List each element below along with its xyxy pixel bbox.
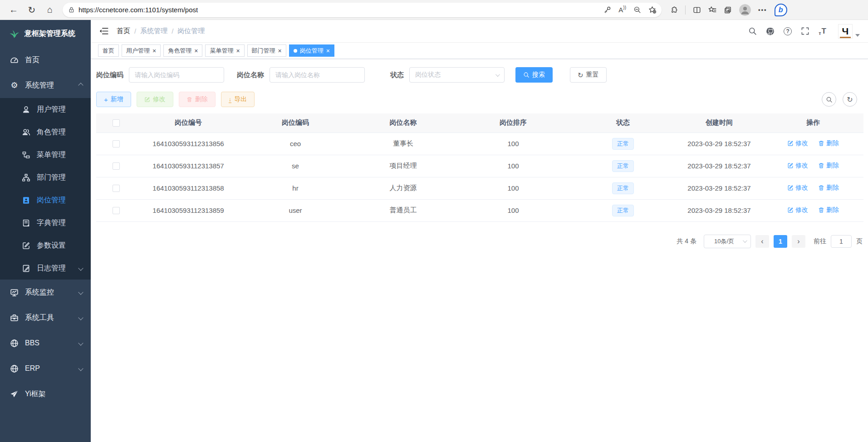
- url-text[interactable]: https://ccnetcore.com:1101/system/post: [78, 6, 603, 14]
- browser-profile-avatar[interactable]: [739, 4, 751, 16]
- toggle-search-button[interactable]: [822, 92, 836, 107]
- fullscreen-icon[interactable]: [801, 27, 809, 35]
- sidebar-fold-icon[interactable]: [99, 26, 108, 36]
- posts-table: 岗位编号 岗位编码 岗位名称 岗位排序 状态 创建时间 操作 164103059…: [96, 113, 863, 222]
- row-edit-link[interactable]: 修改: [787, 162, 808, 170]
- breadcrumb: 首页 / 系统管理 / 岗位管理: [117, 27, 205, 35]
- user-avatar[interactable]: Ч: [838, 24, 853, 39]
- tab-home[interactable]: 首页: [98, 44, 119, 57]
- sidebar-item-departments[interactable]: 部门管理: [0, 166, 91, 189]
- copilot-icon[interactable]: b: [775, 4, 787, 16]
- row-checkbox[interactable]: [113, 207, 120, 214]
- sidebar-item-bbs[interactable]: BBS: [0, 330, 91, 356]
- select-all-checkbox[interactable]: [113, 119, 120, 127]
- page-size-select[interactable]: 10条/页: [704, 235, 751, 248]
- page-1-button[interactable]: 1: [774, 235, 787, 248]
- row-checkbox[interactable]: [113, 185, 120, 192]
- lock-icon: [68, 6, 75, 13]
- row-delete-link[interactable]: 删除: [818, 184, 839, 192]
- sidebar-item-system[interactable]: ⚙ 系统管理: [0, 73, 91, 98]
- browser-refresh-button[interactable]: ↻: [24, 2, 40, 18]
- search-form: 岗位编码 岗位名称 状态 岗位状态 搜索 ↻ 重置: [96, 67, 863, 83]
- browser-home-button[interactable]: ⌂: [42, 2, 58, 18]
- search-button[interactable]: 搜索: [515, 67, 553, 83]
- breadcrumb-home[interactable]: 首页: [117, 27, 130, 35]
- tab-post-management[interactable]: 岗位管理×: [289, 44, 334, 57]
- close-icon[interactable]: ×: [236, 48, 240, 54]
- font-size-icon[interactable]: тT: [819, 27, 826, 36]
- refresh-table-button[interactable]: ↻: [843, 92, 857, 107]
- pagination: 共 4 条 10条/页 ‹ 1 › 前往 页: [96, 235, 863, 248]
- tab-role-management[interactable]: 角色管理×: [163, 44, 202, 57]
- row-edit-link[interactable]: 修改: [787, 139, 808, 147]
- sidebar-item-parameters[interactable]: 参数设置: [0, 234, 91, 257]
- tab-user-management[interactable]: 用户管理×: [122, 44, 161, 57]
- chevron-down-icon: [78, 366, 83, 371]
- row-edit-link[interactable]: 修改: [787, 184, 808, 192]
- table-row: 1641030593112313856 ceo 董事长 100 正常 2023-…: [96, 133, 863, 155]
- sidebar-item-users[interactable]: 用户管理: [0, 98, 91, 121]
- zoom-out-icon[interactable]: [633, 6, 641, 14]
- sidebar-item-posts[interactable]: 岗位管理: [0, 189, 91, 211]
- tab-dept-management[interactable]: 部门管理×: [247, 44, 286, 57]
- post-name-input[interactable]: [270, 67, 365, 83]
- split-screen-icon[interactable]: [693, 6, 701, 14]
- goto-page-input[interactable]: [831, 235, 852, 248]
- address-bar[interactable]: https://ccnetcore.com:1101/system/post A…: [63, 3, 662, 17]
- browser-menu-icon[interactable]: •••: [758, 6, 767, 13]
- row-checkbox[interactable]: [113, 140, 120, 147]
- sidebar-item-yi-framework[interactable]: Yi框架: [0, 381, 91, 407]
- status-select[interactable]: 岗位状态: [409, 67, 505, 83]
- chevron-down-icon: [495, 72, 500, 77]
- row-delete-link[interactable]: 删除: [818, 206, 839, 214]
- delete-button[interactable]: 删除: [179, 92, 216, 107]
- sidebar-item-roles[interactable]: 角色管理: [0, 121, 91, 143]
- extensions-icon[interactable]: [670, 6, 678, 14]
- browser-back-button[interactable]: ←: [5, 2, 22, 18]
- gear-icon: ⚙: [10, 81, 19, 90]
- row-delete-link[interactable]: 删除: [818, 139, 839, 147]
- users-icon: [22, 128, 30, 137]
- sidebar-item-tools[interactable]: 系统工具: [0, 305, 91, 330]
- read-aloud-icon[interactable]: A)): [618, 6, 626, 14]
- download-icon: ↓: [229, 96, 232, 103]
- password-key-icon[interactable]: [603, 6, 611, 14]
- tab-menu-management[interactable]: 菜单管理×: [205, 44, 244, 57]
- status-badge: 正常: [612, 205, 634, 216]
- sidebar-item-menus[interactable]: 菜单管理: [0, 143, 91, 166]
- github-icon[interactable]: [766, 27, 775, 35]
- row-checkbox[interactable]: [113, 162, 120, 170]
- user-menu[interactable]: Ч: [838, 24, 860, 39]
- row-edit-link[interactable]: 修改: [787, 206, 808, 214]
- close-icon[interactable]: ×: [194, 48, 198, 54]
- chevron-down-icon: [743, 238, 747, 243]
- favorites-icon[interactable]: [708, 6, 716, 14]
- tabs-bar: 首页 用户管理× 角色管理× 菜单管理× 部门管理× 岗位管理×: [91, 43, 868, 59]
- post-code-input[interactable]: [129, 67, 224, 83]
- app-title: 意框架管理系统: [25, 29, 75, 39]
- chevron-down-icon: [78, 265, 83, 270]
- add-button[interactable]: + 新增: [96, 92, 131, 107]
- sidebar-item-logs[interactable]: 日志管理: [0, 257, 91, 280]
- dict-icon: [22, 219, 30, 227]
- export-button[interactable]: ↓ 导出: [221, 92, 255, 107]
- page-unit-label: 页: [856, 237, 863, 246]
- sidebar-item-dictionary[interactable]: 字典管理: [0, 211, 91, 234]
- add-favorite-star-icon[interactable]: [648, 6, 656, 14]
- close-icon[interactable]: ×: [152, 48, 156, 54]
- sidebar-item-erp[interactable]: ERP: [0, 356, 91, 381]
- close-icon[interactable]: ×: [326, 48, 330, 54]
- breadcrumb-system: 系统管理: [140, 27, 167, 35]
- help-icon[interactable]: ?: [784, 27, 792, 35]
- header-search-icon[interactable]: [748, 27, 757, 35]
- status-label: 状态: [390, 71, 404, 79]
- reset-button[interactable]: ↻ 重置: [570, 67, 607, 83]
- edit-button[interactable]: 修改: [137, 92, 173, 107]
- next-page-button[interactable]: ›: [792, 235, 805, 248]
- close-icon[interactable]: ×: [278, 48, 282, 54]
- prev-page-button[interactable]: ‹: [755, 235, 769, 248]
- row-delete-link[interactable]: 删除: [818, 162, 839, 170]
- collections-icon[interactable]: [724, 6, 732, 14]
- sidebar-item-home[interactable]: 首页: [0, 47, 91, 73]
- sidebar-item-monitoring[interactable]: 系统监控: [0, 280, 91, 305]
